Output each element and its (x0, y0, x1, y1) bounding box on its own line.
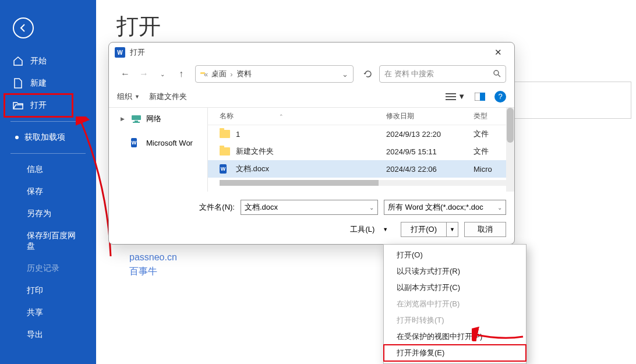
address-bar[interactable]: « 桌面 › 资料 ⌄ (195, 65, 354, 83)
file-list: 名称 ⌃ 修改日期 类型 1 2024/9/13 22:20 文件 新建文件夹 … (208, 108, 514, 192)
svg-point-0 (494, 70, 499, 75)
expand-icon[interactable]: ▶ (121, 116, 126, 122)
horizontal-scrollbar[interactable] (220, 180, 508, 186)
watermark-line1: passneo.cn (129, 250, 177, 264)
nav-up-button[interactable]: ↑ (173, 66, 189, 82)
open-folder-icon (13, 100, 23, 111)
column-name[interactable]: 名称 ⌃ (220, 111, 386, 121)
file-type-filter[interactable]: 所有 Word 文档(*.docx;*.doc ⌄ (384, 200, 506, 215)
search-icon (493, 69, 501, 79)
sidebar-label: 保存 (27, 186, 43, 197)
path-segment[interactable]: 桌面 (211, 69, 227, 79)
sidebar-label: 历史记录 (27, 263, 59, 274)
organize-button[interactable]: 组织 ▼ (117, 91, 140, 102)
open-dropdown-button[interactable]: ▼ (447, 222, 458, 237)
tree-label: Microsoft Wor (146, 139, 193, 147)
column-type[interactable]: 类型 (474, 111, 508, 121)
chevron-down-icon[interactable]: ▼ (383, 227, 388, 232)
cancel-button[interactable]: 取消 (464, 222, 506, 237)
new-folder-button[interactable]: 新建文件夹 (149, 91, 187, 102)
open-options-menu: 打开(O) 以只读方式打开(R) 以副本方式打开(C) 在浏览器中打开(B) 打… (383, 244, 527, 364)
nav-back-button[interactable]: ← (117, 66, 133, 82)
sidebar-item-print[interactable]: 打印 (0, 280, 96, 302)
filename-input[interactable]: 文档.docx ⌄ (241, 200, 378, 215)
menu-item-protected[interactable]: 在受保护的视图中打开(P) (384, 328, 526, 345)
chevron-down-icon: ▼ (135, 94, 140, 100)
help-button[interactable]: ? (494, 91, 506, 103)
sidebar-item-addins[interactable]: 获取加载项 (0, 126, 96, 149)
tree-item-msword[interactable]: ▶ W Microsoft Wor (109, 135, 207, 151)
search-input[interactable]: 在 资料 中搜索 (379, 65, 506, 83)
nav-recent-button[interactable]: ⌄ (154, 66, 171, 82)
sidebar-item-info[interactable]: 信息 (0, 158, 96, 181)
column-date[interactable]: 修改日期 (386, 111, 474, 121)
tree-item-network[interactable]: ▶ 网络 (109, 110, 207, 128)
watermark: passneo.cn 百事牛 (129, 250, 177, 278)
sidebar-label: 开始 (30, 56, 47, 66)
dialog-body: ▶ 网络 ▶ W Microsoft Wor 名称 ⌃ 修改日期 类型 (109, 108, 514, 192)
organize-label: 组织 (117, 91, 132, 102)
docx-icon: W (220, 164, 231, 174)
file-name: 新建文件夹 (236, 146, 274, 157)
sidebar-item-save[interactable]: 保存 (0, 181, 96, 203)
view-options-button[interactable]: ▼ (446, 92, 465, 101)
preview-pane-button[interactable] (475, 93, 485, 101)
file-date: 2024/9/5 15:11 (386, 147, 437, 156)
file-list-header: 名称 ⌃ 修改日期 类型 (208, 108, 514, 125)
sidebar-item-home[interactable]: 开始 (0, 50, 96, 72)
menu-item-convert: 打开时转换(T) (384, 312, 526, 328)
menu-item-repair[interactable]: 打开并修复(E) (384, 345, 526, 361)
path-segment[interactable]: 资料 (236, 69, 252, 79)
file-row[interactable]: 新建文件夹 2024/9/5 15:11 文件 (208, 143, 514, 160)
filter-value: 所有 Word 文档(*.docx;*.doc (388, 202, 483, 213)
dialog-toolbar: 组织 ▼ 新建文件夹 ▼ ? (109, 86, 514, 108)
dialog-titlebar: W 打开 ✕ (109, 43, 514, 62)
refresh-icon (363, 69, 373, 79)
file-type: 文件 (474, 129, 489, 138)
sidebar-item-export[interactable]: 导出 (0, 324, 96, 346)
menu-item-open[interactable]: 打开(O) (384, 247, 526, 263)
scrollbar-thumb[interactable] (507, 108, 514, 143)
file-row-selected[interactable]: W 文档.docx 2024/4/3 22:06 Micro (208, 160, 514, 178)
tools-button[interactable]: 工具(L) (350, 224, 374, 235)
filename-value: 文档.docx (245, 202, 278, 213)
chevron-down-icon[interactable]: ⌄ (342, 70, 348, 79)
newfolder-label: 新建文件夹 (149, 91, 187, 102)
sidebar-item-history[interactable]: 历史记录 (0, 257, 96, 280)
menu-item-readonly[interactable]: 以只读方式打开(R) (384, 263, 526, 280)
sidebar-item-new[interactable]: 新建 (0, 72, 96, 94)
word-icon: W (131, 138, 142, 147)
back-button[interactable] (13, 17, 34, 38)
word-app-icon: W (115, 47, 125, 58)
file-row[interactable]: 1 2024/9/13 22:20 文件 (208, 125, 514, 143)
sidebar-item-baidu[interactable]: 保存到百度网盘 (0, 225, 96, 257)
dialog-close-button[interactable]: ✕ (487, 44, 508, 61)
sidebar-label: 获取加载项 (24, 132, 65, 143)
chevron-down-icon[interactable]: ⌄ (497, 204, 502, 211)
svg-rect-2 (480, 93, 485, 101)
nav-forward-button[interactable]: → (136, 66, 152, 82)
sidebar-item-saveas[interactable]: 另存为 (0, 203, 96, 225)
sidebar-divider (10, 121, 86, 122)
file-name: 文档.docx (236, 164, 269, 174)
open-button[interactable]: 打开(O) (401, 222, 447, 237)
arrow-left-icon (19, 23, 28, 33)
vertical-scrollbar[interactable] (506, 108, 514, 192)
filename-row: 文件名(N): 文档.docx ⌄ 所有 Word 文档(*.docx;*.do… (109, 192, 514, 217)
sidebar-item-open[interactable]: 打开 (0, 94, 96, 116)
refresh-button[interactable] (359, 65, 377, 83)
folder-icon (220, 130, 231, 138)
svg-rect-4 (135, 121, 138, 122)
scrollbar-thumb[interactable] (220, 180, 379, 186)
list-view-icon (446, 93, 456, 101)
menu-item-copy[interactable]: 以副本方式打开(C) (384, 280, 526, 296)
menu-item-browser: 在浏览器中打开(B) (384, 296, 526, 312)
open-split-button: 打开(O) ▼ (401, 222, 458, 237)
open-file-dialog: W 打开 ✕ ← → ⌄ ↑ « 桌面 › 资料 ⌄ 在 资料 中搜索 组织 ▼… (108, 42, 515, 245)
dialog-title: 打开 (130, 47, 145, 58)
path-sep: « (204, 70, 208, 79)
sidebar-item-share[interactable]: 共享 (0, 302, 96, 324)
page-title: 打开 (116, 12, 161, 41)
chevron-down-icon: ▼ (458, 92, 465, 101)
chevron-down-icon[interactable]: ⌄ (369, 204, 374, 211)
